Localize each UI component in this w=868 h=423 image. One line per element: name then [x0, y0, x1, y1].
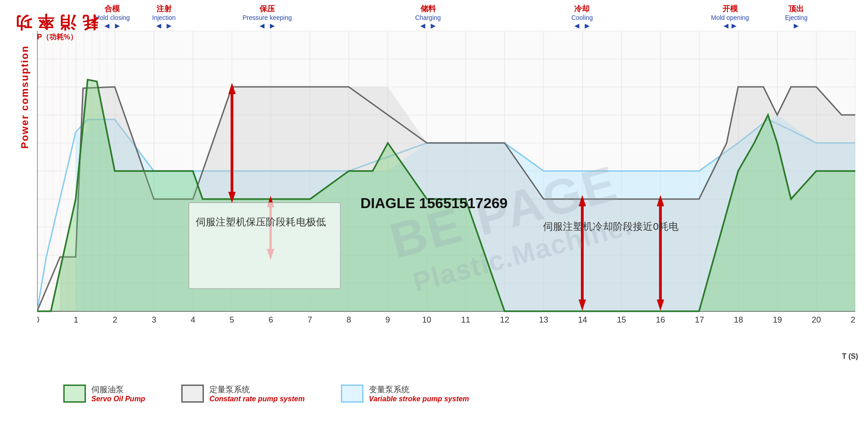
svg-text:17: 17 [695, 315, 704, 324]
svg-text:14: 14 [578, 315, 587, 324]
svg-text:8: 8 [346, 315, 351, 324]
legend-text-constant: 定量泵系统 Constant rate pump system [209, 384, 305, 403]
t-label: T (S) [842, 352, 858, 361]
phase-labels: 合模 Mold closing ◄ ► 注射 Injection ◄ ► 保压 … [37, 4, 859, 33]
legend-constant: 定量泵系统 Constant rate pump system [181, 384, 305, 403]
svg-text:6: 6 [269, 315, 273, 324]
svg-text:0: 0 [37, 315, 39, 324]
svg-text:11: 11 [461, 315, 470, 324]
svg-text:5: 5 [230, 315, 234, 324]
phase-mold-opening: 开模 Mold opening ◄► [711, 4, 749, 31]
legend-box-constant [181, 385, 204, 403]
phase-injection: 注射 Injection ◄ ► [152, 4, 176, 31]
legend-servo: 伺服油泵 Servo Oil Pump [63, 384, 145, 403]
legend-en-servo: Servo Oil Pump [91, 395, 145, 403]
center-label: DIAGLE 15651517269 [360, 195, 508, 211]
legend-variable: 变量泵系统 Variable stroke pump system [341, 384, 469, 403]
svg-text:2: 2 [113, 315, 117, 324]
svg-text:1: 1 [74, 315, 78, 324]
chart-svg: 100% 90% 80% 70% 60% 50% 40% 30% 20% 10%… [37, 31, 855, 329]
legend-box-variable [341, 385, 363, 403]
legend-cn-servo: 伺服油泵 [91, 384, 145, 395]
svg-text:9: 9 [386, 315, 390, 324]
svg-text:15: 15 [617, 315, 626, 324]
phase-charging: 储料 Charging ◄ ► [415, 4, 441, 31]
legend-text-servo: 伺服油泵 Servo Oil Pump [91, 384, 145, 403]
legend-en-constant: Constant rate pump system [209, 395, 305, 403]
svg-text:伺服注塑机保压阶段耗电极低: 伺服注塑机保压阶段耗电极低 [196, 216, 326, 228]
legend-cn-constant: 定量泵系统 [209, 384, 305, 395]
svg-text:18: 18 [734, 315, 743, 324]
phase-cooling: 冷却 Cooling ◄ ► [571, 4, 593, 31]
legend: 伺服油泵 Servo Oil Pump 定量泵系统 Constant rate … [36, 369, 859, 418]
legend-text-variable: 变量泵系统 Variable stroke pump system [369, 384, 469, 403]
svg-text:13: 13 [539, 315, 548, 324]
svg-text:3: 3 [151, 315, 156, 324]
phase-mold-closing: 合模 Mold closing ◄ ► [94, 4, 130, 31]
p-label: P（功耗%） [37, 33, 77, 42]
svg-text:21: 21 [851, 315, 855, 324]
legend-cn-variable: 变量泵系统 [369, 384, 469, 395]
legend-en-variable: Variable stroke pump system [369, 395, 469, 403]
svg-rect-88 [189, 203, 341, 289]
svg-text:12: 12 [500, 315, 509, 324]
svg-text:20: 20 [812, 315, 821, 324]
svg-text:19: 19 [773, 315, 782, 324]
phase-ejecting: 顶出 Ejecting ► [785, 4, 807, 31]
svg-text:伺服注塑机冷却阶段接近0耗电: 伺服注塑机冷却阶段接近0耗电 [543, 221, 679, 232]
phase-pressure-keeping: 保压 Pressure keeping ◄ ► [243, 4, 292, 31]
y-axis-en-label: Power comsuption [19, 45, 31, 149]
svg-text:16: 16 [656, 315, 665, 324]
svg-text:4: 4 [191, 315, 195, 324]
svg-text:10: 10 [422, 315, 431, 324]
main-container: 功率消耗 Power comsuption P（功耗%） T (S) 合模 Mo… [0, 0, 868, 423]
legend-box-servo [63, 385, 86, 403]
svg-text:7: 7 [307, 315, 312, 324]
